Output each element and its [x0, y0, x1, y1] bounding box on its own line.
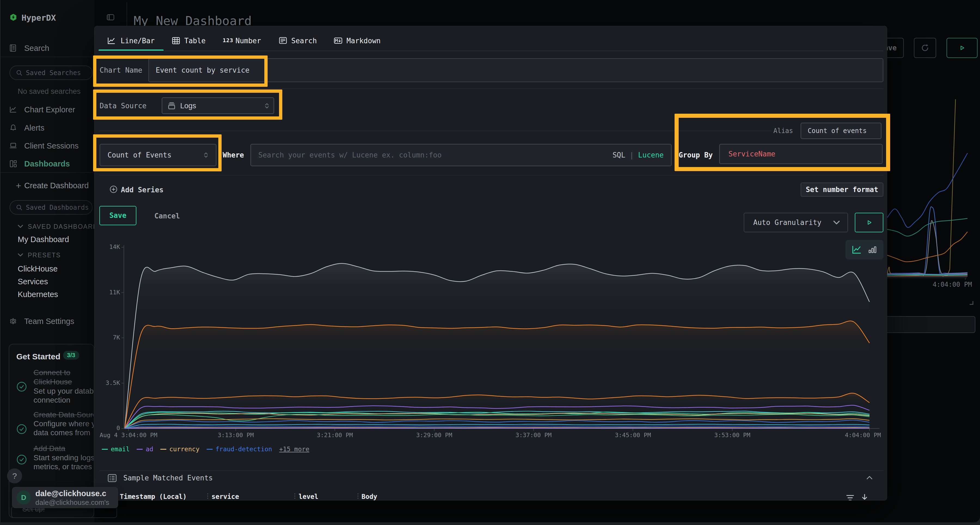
- annotation-highlight-box: [675, 114, 890, 171]
- header-divider: [127, 2, 127, 26]
- legend-dash: [137, 449, 143, 450]
- sidebar-divider: [0, 57, 94, 57]
- plus-circle-icon: [110, 186, 117, 193]
- filter-icon[interactable]: [846, 493, 855, 501]
- table-column-header[interactable]: Timestamp (Local): [120, 493, 187, 501]
- legend-more-link[interactable]: +15 more: [279, 446, 309, 453]
- journal-icon: [10, 44, 17, 52]
- get-started-badge: 3/3: [63, 351, 79, 360]
- annotation-highlight-box: [93, 89, 282, 120]
- bell-icon: [10, 124, 17, 132]
- sidebar-item-client-sessions[interactable]: Client Sessions: [0, 140, 94, 152]
- table-column-header[interactable]: Body: [361, 493, 377, 501]
- play-icon: [958, 44, 966, 52]
- user-name: dale@clickhouse.c: [35, 489, 115, 498]
- column-separator: ⋮: [204, 492, 211, 500]
- sidebar-item-dashboards[interactable]: Dashboards: [0, 158, 94, 170]
- refresh-button[interactable]: [914, 38, 936, 58]
- cancel-button[interactable]: Cancel: [154, 212, 180, 220]
- chevron-down-icon: [18, 252, 24, 257]
- legend-item[interactable]: ad: [137, 446, 153, 453]
- save-button[interactable]: Save: [99, 206, 136, 225]
- chartline-icon: [10, 106, 17, 113]
- check-circle-icon: [17, 382, 27, 392]
- sidebar-item-chart-explorer[interactable]: Chart Explorer: [0, 104, 94, 116]
- sidebar: HyperDX Search Chart Explorer Alerts Cli…: [0, 0, 94, 522]
- sidebar-item-search[interactable]: Search: [0, 42, 94, 54]
- searchlist-icon: [279, 37, 287, 44]
- sidebar-item-alerts[interactable]: Alerts: [0, 122, 94, 134]
- get-started-item-text: connection: [33, 396, 70, 404]
- get-started-item-text: Configure where your: [33, 419, 94, 428]
- brand-name[interactable]: HyperDX: [22, 13, 56, 22]
- granularity-select[interactable]: Auto Granularity: [744, 213, 848, 232]
- sidebar-collapse-icon[interactable]: [107, 14, 115, 21]
- presets-header[interactable]: PRESETS: [28, 252, 61, 259]
- sidebar-item-my-dashboard[interactable]: My Dashboard: [18, 235, 69, 244]
- chevron-down-icon: [18, 224, 24, 229]
- legend-dash: [207, 449, 213, 450]
- layout-icon: [10, 160, 17, 168]
- 123-icon: 123: [223, 37, 233, 43]
- sidebar-item-preset[interactable]: Services: [18, 277, 48, 286]
- get-started-item-text: Create Data Source: [33, 411, 94, 419]
- pipe-divider: |: [625, 151, 638, 159]
- divider: [100, 175, 883, 176]
- column-separator: ⋮: [291, 492, 298, 500]
- play-icon: [865, 219, 873, 226]
- legend-item[interactable]: fraud-detection: [207, 446, 272, 453]
- where-label: Where: [223, 151, 244, 159]
- query-language-toggle[interactable]: SQL | Lucene: [612, 151, 664, 159]
- sidebar-item-preset[interactable]: Kubernetes: [18, 290, 58, 299]
- legend-item[interactable]: email: [102, 446, 130, 453]
- sidebar-divider: [0, 172, 94, 173]
- panel-resize-corner-icon[interactable]: [969, 301, 974, 305]
- divider: [100, 470, 883, 471]
- get-started-item-text: Connect to: [33, 368, 70, 377]
- tab-line-bar[interactable]: Line/Bar: [108, 33, 180, 49]
- user-menu[interactable]: Ddale@clickhouse.cdale@clickhouse.com's: [12, 487, 118, 508]
- run-chart-button[interactable]: [855, 213, 883, 232]
- legend-dash: [160, 449, 166, 450]
- get-started-item-text: Set up your database: [33, 387, 94, 395]
- saved-dashboards-header[interactable]: SAVED DASHBOARDS: [28, 223, 103, 230]
- run-query-button[interactable]: [947, 38, 978, 58]
- create-dashboard-button[interactable]: +Create Dashboard: [0, 179, 94, 192]
- get-started-item-text: metrics, or traces: [33, 462, 92, 471]
- list-box-icon: [108, 474, 117, 482]
- gear-icon: [10, 318, 17, 325]
- no-saved-searches-text: No saved searches: [18, 87, 81, 96]
- where-input[interactable]: Search your events w/ Lucene ex. column:…: [250, 144, 671, 166]
- sidebar-item-team-settings[interactable]: Team Settings: [0, 315, 94, 327]
- laptop-icon: [10, 142, 17, 150]
- get-started-title: Get Started: [16, 352, 60, 361]
- lucene-option[interactable]: Lucene: [638, 151, 664, 159]
- table-icon: [172, 37, 180, 44]
- set-number-format-button[interactable]: Set number format: [800, 182, 883, 197]
- saved-dashboards-input[interactable]: Saved Dashboards: [10, 200, 92, 215]
- annotation-highlight-box: [93, 134, 221, 171]
- refresh-icon: [921, 44, 929, 52]
- check-circle-icon: [17, 455, 27, 465]
- sidebar-item-preset[interactable]: ClickHouse: [18, 265, 58, 273]
- app-frame: My New Dashboard Save 4:04:00 PM HyperDX…: [0, 0, 980, 522]
- plus-icon: +: [16, 180, 21, 191]
- chevron-down-icon: [833, 219, 840, 225]
- hyperdx-logo[interactable]: [10, 14, 17, 21]
- divider: [100, 89, 883, 89]
- background-chart: [885, 82, 980, 288]
- legend-item[interactable]: currency: [160, 446, 200, 453]
- column-separator: ⋮: [355, 492, 361, 500]
- annotation-highlight-box: [93, 56, 267, 87]
- table-column-header[interactable]: service: [212, 493, 239, 501]
- tabs-bottom-border: [99, 51, 883, 51]
- sql-option[interactable]: SQL: [612, 151, 625, 159]
- saved-searches-input[interactable]: Saved Searches: [10, 65, 92, 80]
- divider-alias: [100, 130, 772, 131]
- table-column-header[interactable]: level: [299, 493, 318, 501]
- tab-markdown[interactable]: Markdown: [334, 33, 406, 49]
- get-started-item-text: Start sending logs,: [33, 454, 94, 462]
- collapse-section-chevron-icon[interactable]: [866, 475, 873, 481]
- help-button[interactable]: ?: [7, 468, 22, 484]
- download-icon[interactable]: [860, 493, 869, 501]
